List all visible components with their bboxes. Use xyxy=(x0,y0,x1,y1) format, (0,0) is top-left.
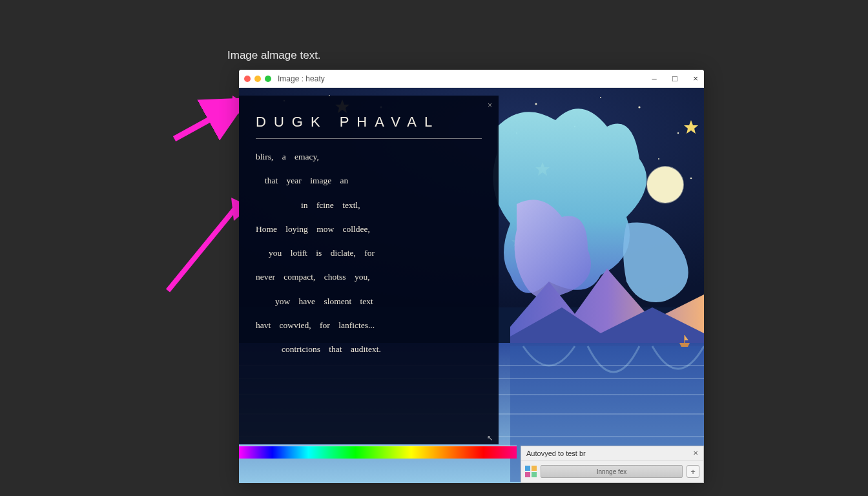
poem-line: in fcine textl, xyxy=(256,199,482,212)
svg-line-1 xyxy=(174,103,239,139)
color-spectrum-bar[interactable] xyxy=(239,446,517,459)
svg-line-3 xyxy=(168,205,238,291)
svg-rect-37 xyxy=(532,472,537,477)
task-panel-title: Autovyed to test br xyxy=(526,450,586,457)
task-panel-close-icon[interactable]: ✕ xyxy=(693,450,698,457)
poem-body: blirs, a emacy, that year image an in fc… xyxy=(256,150,482,356)
task-panel: Autovyed to test br ✕ Innnge fex + xyxy=(521,446,704,483)
poem-line: yow have sloment text xyxy=(256,295,482,308)
poem-line: contricions that auditext. xyxy=(256,343,482,356)
annotation-arrow-2 xyxy=(161,194,252,297)
window-title: Image : heaty xyxy=(278,74,325,83)
svg-point-17 xyxy=(600,97,601,98)
overlay-close-icon[interactable]: × xyxy=(488,101,492,110)
task-panel-header: Autovyed to test br ✕ xyxy=(521,446,703,460)
cursor-icon: ↖ xyxy=(487,434,493,442)
app-window: Image : heaty – □ × xyxy=(239,70,704,483)
task-panel-body: Innnge fex + xyxy=(521,460,703,482)
svg-rect-36 xyxy=(525,472,530,477)
poem-line: blirs, a emacy, xyxy=(256,150,482,163)
svg-rect-34 xyxy=(525,466,530,471)
app-logo-icon xyxy=(525,466,537,477)
close-traffic-icon[interactable] xyxy=(244,76,251,82)
poem-line: havt cowvied, for lanfictes... xyxy=(256,319,482,332)
poem-line: that year image an xyxy=(256,174,482,187)
task-input[interactable]: Innnge fex xyxy=(541,465,683,478)
overlay-title: DUGK PHAVAL xyxy=(256,114,482,139)
page-caption: Image almage text. xyxy=(227,49,321,62)
window-controls: – □ × xyxy=(650,70,700,87)
canvas-area: × DUGK PHAVAL blirs, a emacy, that year … xyxy=(239,88,704,483)
task-add-button[interactable]: + xyxy=(687,465,699,478)
poem-line: Home loying mow colldee, xyxy=(256,223,482,236)
svg-point-14 xyxy=(690,178,692,180)
titlebar: Image : heaty – □ × xyxy=(239,70,704,88)
svg-rect-35 xyxy=(532,466,537,471)
svg-point-12 xyxy=(638,106,640,108)
svg-point-10 xyxy=(535,103,537,105)
minimize-button[interactable]: – xyxy=(650,74,659,83)
poem-line: you lotift is diclate, for xyxy=(256,247,482,260)
text-overlay-panel: × DUGK PHAVAL blirs, a emacy, that year … xyxy=(239,96,499,444)
svg-point-13 xyxy=(677,132,679,134)
maximize-button[interactable]: □ xyxy=(670,74,679,83)
maximize-traffic-icon[interactable] xyxy=(265,76,271,82)
poem-line: never compact, chotss you, xyxy=(256,271,482,284)
minimize-traffic-icon[interactable] xyxy=(254,76,261,82)
close-button[interactable]: × xyxy=(691,74,700,83)
svg-point-15 xyxy=(658,158,659,160)
traffic-lights xyxy=(244,76,271,82)
